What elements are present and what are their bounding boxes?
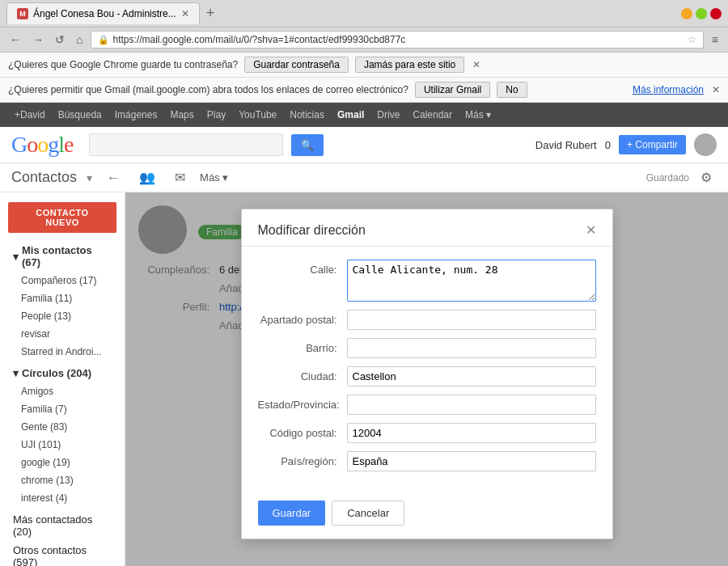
sidebar-item-people[interactable]: People (13) <box>0 307 125 325</box>
contacts-title: Contactos <box>11 169 77 186</box>
group-icon-button[interactable]: 👥 <box>134 168 160 187</box>
search-input[interactable] <box>89 133 283 156</box>
navbar-item-imagenes[interactable]: Imágenes <box>108 106 164 124</box>
sidebar-item-interest[interactable]: interest (4) <box>0 489 125 507</box>
no-button[interactable]: No <box>497 82 527 98</box>
pais-row: País/región: <box>258 451 596 471</box>
address-box[interactable]: 🔒 https://mail.google.com/mail/u/0/?shva… <box>91 31 703 49</box>
navbar-item-mas[interactable]: Más ▾ <box>459 106 497 124</box>
settings-icon[interactable]: ≡ <box>709 32 722 48</box>
close-button[interactable] <box>710 8 722 19</box>
navbar-item-calendar[interactable]: Calendar <box>406 106 459 124</box>
back-contacts-button[interactable]: ← <box>102 169 125 187</box>
saved-text: Guardado <box>646 172 689 184</box>
apartado-row: Apartado postal: <box>258 310 596 330</box>
sidebar-item-uji[interactable]: UJI (101) <box>0 436 125 454</box>
codigo-input[interactable] <box>347 423 596 443</box>
triangle-icon: ▾ <box>13 251 19 263</box>
close-infobar2-icon[interactable]: ✕ <box>712 84 720 95</box>
pais-input[interactable] <box>347 451 596 471</box>
navbar-item-gmail[interactable]: Gmail <box>331 106 370 124</box>
sidebar-item-familia2[interactable]: Familia (7) <box>0 400 125 418</box>
search-button[interactable]: 🔍 <box>291 134 324 156</box>
gmail-handler-infobar: ¿Quieres permitir que Gmail (mail.google… <box>0 78 728 103</box>
dialog-header: Modificar dirección ✕ <box>242 209 612 247</box>
navbar-item-maps[interactable]: Maps <box>163 106 200 124</box>
never-save-button[interactable]: Jamás para este sitio <box>355 57 464 73</box>
tab-close-button[interactable]: ✕ <box>181 8 189 19</box>
sidebar-item-gente[interactable]: Gente (83) <box>0 418 125 436</box>
bookmark-icon[interactable]: ☆ <box>688 34 696 45</box>
google-navbar: +David Búsqueda Imágenes Maps Play YouTu… <box>0 103 728 127</box>
forward-button[interactable]: → <box>29 32 47 48</box>
sidebar-item-google[interactable]: google (19) <box>0 454 125 471</box>
calle-label: Calle: <box>258 260 347 276</box>
use-gmail-button[interactable]: Utilizar Gmail <box>415 82 490 98</box>
sidebar-item-revisar[interactable]: revisar <box>0 325 125 343</box>
avatar <box>694 133 717 156</box>
navbar-item-play[interactable]: Play <box>201 106 232 124</box>
navbar-item-drive[interactable]: Drive <box>370 106 406 124</box>
browser-titlebar: M Ángel Conesa Bou - Administre... ✕ + <box>0 0 728 27</box>
sidebar-item-otros[interactable]: Otros contactos (597) <box>0 541 125 566</box>
toolbar-right: Guardado ⚙ <box>646 168 717 187</box>
password-infobar-text: ¿Quieres que Google Chrome guarde tu con… <box>8 59 238 70</box>
contact-background: Familia Cumpleaños: 6 de febrero de 1972… <box>125 192 728 566</box>
home-button[interactable]: ⌂ <box>73 32 86 48</box>
gmail-handler-text: ¿Quieres permitir que Gmail (mail.google… <box>8 84 408 95</box>
maximize-button[interactable] <box>696 8 707 19</box>
share-button[interactable]: + Compartir <box>619 135 686 154</box>
more-button[interactable]: Más ▾ <box>200 171 228 184</box>
barrio-input[interactable] <box>347 338 596 358</box>
email-icon-button[interactable]: ✉ <box>170 168 190 187</box>
close-infobar1-icon[interactable]: ✕ <box>472 59 480 70</box>
more-info-link[interactable]: Más información <box>633 84 704 95</box>
estado-input[interactable] <box>347 395 596 415</box>
sidebar-item-amigos[interactable]: Amigos <box>0 382 125 400</box>
navbar-item-noticias[interactable]: Noticias <box>283 106 331 124</box>
new-contact-button[interactable]: CONTACTO NUEVO <box>8 202 116 233</box>
sidebar-item-circulos[interactable]: ▾ Círculos (204) <box>0 364 125 382</box>
settings-gear-icon[interactable]: ⚙ <box>696 168 717 187</box>
new-tab-button[interactable]: + <box>200 5 222 22</box>
browser-tab[interactable]: M Ángel Conesa Bou - Administre... ✕ <box>6 2 200 24</box>
window-controls <box>681 8 722 19</box>
gmail-header: Google 🔍 David Rubert 0 + Compartir <box>0 127 728 163</box>
back-button[interactable]: ← <box>6 32 24 48</box>
save-password-button[interactable]: Guardar contraseña <box>244 57 349 73</box>
content-area: Familia Cumpleaños: 6 de febrero de 1972… <box>125 192 728 566</box>
apartado-label: Apartado postal: <box>258 310 347 326</box>
apartado-input[interactable] <box>347 310 596 330</box>
cancel-button[interactable]: Cancelar <box>332 501 404 526</box>
calle-input[interactable]: Calle Alicante, num. 28 <box>347 260 596 302</box>
sidebar-item-familia[interactable]: Familia (11) <box>0 289 125 307</box>
ciudad-input[interactable] <box>347 366 596 386</box>
dialog-footer: Guardar Cancelar <box>242 492 612 539</box>
pais-label: País/región: <box>258 451 347 467</box>
dialog-close-button[interactable]: ✕ <box>586 222 596 238</box>
navbar-item-busqueda[interactable]: Búsqueda <box>52 106 108 124</box>
ssl-lock-icon: 🔒 <box>98 35 109 45</box>
sidebar-item-mas-contactados[interactable]: Más contactados (20) <box>0 510 125 541</box>
sidebar-item-mis-contactos[interactable]: ▾ Mis contactos (67) <box>0 241 125 272</box>
sidebar-item-companeros[interactable]: Compañeros (17) <box>0 272 125 289</box>
estado-row: Estado/Provincia: <box>258 395 596 415</box>
address-bar: ← → ↺ ⌂ 🔒 https://mail.google.com/mail/u… <box>0 27 728 53</box>
dialog-title: Modificar dirección <box>258 223 366 238</box>
reload-button[interactable]: ↺ <box>52 32 68 48</box>
tab-title: Ángel Conesa Bou - Administre... <box>33 8 176 19</box>
ciudad-row: Ciudad: <box>258 366 596 386</box>
navbar-item-youtube[interactable]: YouTube <box>232 106 283 124</box>
estado-label: Estado/Provincia: <box>258 395 347 411</box>
calle-row: Calle: Calle Alicante, num. 28 <box>258 260 596 302</box>
navbar-item-david[interactable]: +David <box>8 106 52 124</box>
barrio-row: Barrio: <box>258 338 596 358</box>
minimize-button[interactable] <box>681 8 692 19</box>
sidebar-item-chrome[interactable]: chrome (13) <box>0 471 125 489</box>
dropdown-icon[interactable]: ▾ <box>87 171 92 184</box>
url-text: https://mail.google.com/mail/u/0/?shva=1… <box>112 34 684 45</box>
contacts-toolbar: Contactos ▾ ← 👥 ✉ Más ▾ Guardado ⚙ <box>0 163 728 192</box>
codigo-row: Código postal: <box>258 423 596 443</box>
save-button[interactable]: Guardar <box>258 501 326 526</box>
sidebar-item-starred[interactable]: Starred in Androi... <box>0 343 125 361</box>
